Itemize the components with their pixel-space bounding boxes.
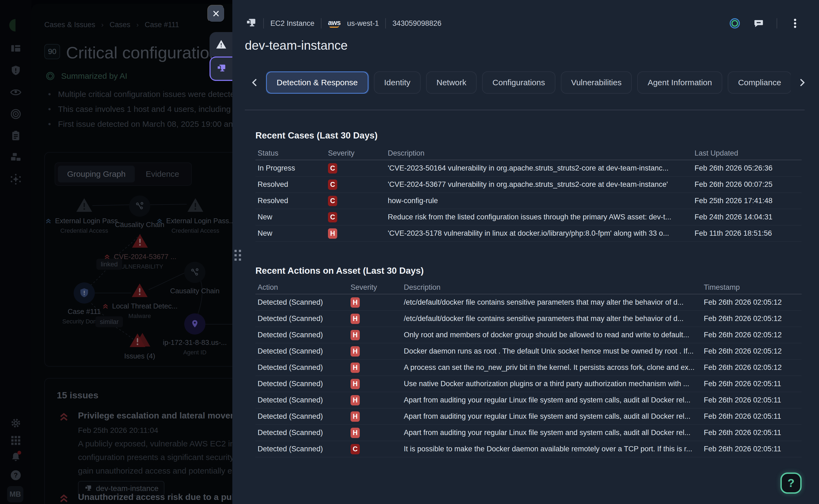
close-icon	[212, 10, 220, 17]
panel-tab[interactable]: Configurations	[482, 71, 555, 94]
action-name: Detected (Scanned)	[255, 429, 348, 437]
column-header: Action	[255, 283, 348, 292]
action-description: It is possible to make the Docker daemon…	[401, 445, 702, 453]
account-id-label: 343059098826	[392, 19, 441, 28]
kebab-menu-icon[interactable]	[789, 17, 801, 29]
table-body: Detected (Scanned) H /etc/default/docker…	[255, 294, 802, 457]
action-timestamp: Feb 26th 2026 02:05:11	[702, 380, 802, 388]
severity-badge: C	[350, 444, 360, 454]
table-row[interactable]: Resolved C how-config-rule Feb 25th 2026…	[255, 193, 802, 209]
table-row[interactable]: Detected (Scanned) H Apart from auditing…	[255, 408, 802, 425]
table-row[interactable]: Detected (Scanned) H A process can set t…	[255, 360, 802, 376]
panel-tab[interactable]: Agent Information	[637, 71, 722, 94]
action-name: Detected (Scanned)	[255, 298, 348, 307]
table-row[interactable]: Detected (Scanned) H Apart from auditing…	[255, 392, 802, 408]
tab-label: Agent Information	[648, 78, 712, 87]
recent-cases-heading: Recent Cases (Last 30 Days)	[255, 130, 377, 141]
table-row[interactable]: Resolved C 'CVE-2024-53677 vulnerability…	[255, 177, 802, 193]
close-panel-button[interactable]	[207, 5, 225, 22]
table-row[interactable]: Detected (Scanned) H /etc/default/docker…	[255, 294, 802, 311]
column-header: Severity	[326, 149, 385, 157]
aws-logo-icon: aws	[328, 19, 340, 28]
tab-label: Detection & Response	[277, 78, 358, 87]
action-timestamp: Feb 26th 2026 02:05:11	[702, 445, 802, 453]
action-name: Detected (Scanned)	[255, 412, 348, 421]
action-timestamp: Feb 26th 2026 02:05:11	[702, 412, 802, 421]
table-header-row: Status Severity Description Last Updated	[255, 147, 802, 160]
action-description: Use native Docker authorization plugins …	[401, 380, 702, 388]
case-last-updated: Feb 26th 2026 00:07:25	[692, 180, 802, 189]
panel-tab[interactable]: Vulnerabilities	[561, 71, 632, 94]
chat-icon[interactable]	[753, 17, 765, 29]
asset-detail-panel: EC2 Instance aws us-west-1 343059098826 …	[232, 0, 819, 504]
tab-label: Configurations	[493, 78, 545, 87]
severity-badge: C	[328, 212, 337, 222]
action-description: Docker daemon runs as root . The default…	[401, 347, 702, 355]
asset-title: dev-team-instance	[245, 38, 347, 53]
action-timestamp: Feb 26th 2026 02:05:11	[702, 429, 802, 437]
column-header: Timestamp	[702, 283, 802, 292]
panel-tab[interactable]: Identity	[374, 71, 421, 94]
action-description: Only root and members of docker group sh…	[401, 331, 702, 339]
severity-badge: H	[350, 363, 360, 373]
tabs-scroll-right-icon[interactable]	[796, 77, 808, 89]
rail-tab-asset[interactable]	[209, 56, 233, 81]
column-header: Last Updated	[692, 149, 802, 157]
action-name: Detected (Scanned)	[255, 331, 348, 339]
table-row[interactable]: In Progress C 'CVE-2023-50164 vulnerabil…	[255, 160, 802, 177]
table-row[interactable]: New C Reduce risk from the listed config…	[255, 209, 802, 225]
recent-cases-table: Status Severity Description Last Updated…	[255, 147, 802, 242]
recent-actions-table: Action Severity Description Timestamp De…	[255, 281, 802, 457]
panel-tab[interactable]: Compliance	[728, 71, 791, 94]
ai-rings-icon[interactable]	[729, 17, 741, 29]
tab-label: Identity	[384, 78, 411, 87]
severity-badge: H	[350, 346, 360, 357]
case-status: Resolved	[255, 197, 326, 205]
severity-badge: H	[350, 411, 360, 422]
tabs-scroll-left-icon[interactable]	[249, 77, 260, 89]
case-status: In Progress	[255, 164, 326, 172]
action-description: A process can set the no_new_priv bit in…	[401, 363, 702, 372]
action-description: /etc/default/docker file contains sensit…	[401, 314, 702, 323]
rail-tab-alerts[interactable]	[209, 32, 233, 56]
table-row[interactable]: Detected (Scanned) H Only root and membe…	[255, 327, 802, 343]
column-header: Description	[385, 149, 692, 157]
action-timestamp: Feb 26th 2026 02:05:11	[702, 396, 802, 404]
tab-label: Vulnerabilities	[571, 78, 622, 87]
action-timestamp: Feb 26th 2026 02:05:12	[702, 347, 802, 355]
warning-triangle-icon	[216, 39, 227, 50]
case-description: 'CVE-2023-50164 vulnerability in org.apa…	[385, 164, 692, 172]
panel-tab[interactable]: Detection & Response	[266, 71, 368, 94]
action-timestamp: Feb 26th 2026 02:05:12	[702, 314, 802, 323]
case-description: 'CVE-2024-53677 vulnerability in org.apa…	[385, 180, 692, 189]
action-description: Apart from auditing your regular Linux f…	[401, 412, 702, 421]
panel-resize-handle[interactable]	[234, 250, 242, 262]
table-row[interactable]: Detected (Scanned) H Apart from auditing…	[255, 425, 802, 441]
case-status: New	[255, 213, 326, 221]
action-name: Detected (Scanned)	[255, 347, 348, 355]
table-row[interactable]: Detected (Scanned) H Docker daemon runs …	[255, 343, 802, 360]
table-row[interactable]: Detected (Scanned) H Use native Docker a…	[255, 376, 802, 392]
case-last-updated: Feb 11th 2026 18:51:56	[692, 229, 802, 238]
table-row[interactable]: New H 'CVE-2023-5178 vulnerability in li…	[255, 225, 802, 242]
case-description: 'CVE-2023-5178 vulnerability in linux at…	[385, 229, 692, 238]
severity-badge: H	[350, 330, 360, 340]
panel-help-button[interactable]: ?	[780, 473, 802, 494]
instance-icon	[245, 17, 257, 29]
table-header-row: Action Severity Description Timestamp	[255, 281, 802, 294]
severity-badge: H	[350, 314, 360, 324]
panel-tab[interactable]: Network	[426, 71, 477, 94]
severity-badge: H	[350, 395, 360, 405]
case-status: Resolved	[255, 180, 326, 189]
table-row[interactable]: Detected (Scanned) H /etc/default/docker…	[255, 311, 802, 327]
modal-backdrop[interactable]	[0, 0, 232, 504]
action-name: Detected (Scanned)	[255, 314, 348, 323]
asset-meta-row: EC2 Instance aws us-west-1 343059098826	[245, 17, 441, 29]
case-last-updated: Feb 26th 2026 05:26:36	[692, 164, 802, 172]
column-header: Severity	[348, 283, 401, 292]
action-name: Detected (Scanned)	[255, 363, 348, 372]
instance-icon	[216, 63, 227, 74]
column-header: Description	[401, 283, 702, 292]
table-row[interactable]: Detected (Scanned) C It is possible to m…	[255, 441, 802, 457]
panel-actions	[729, 17, 801, 29]
